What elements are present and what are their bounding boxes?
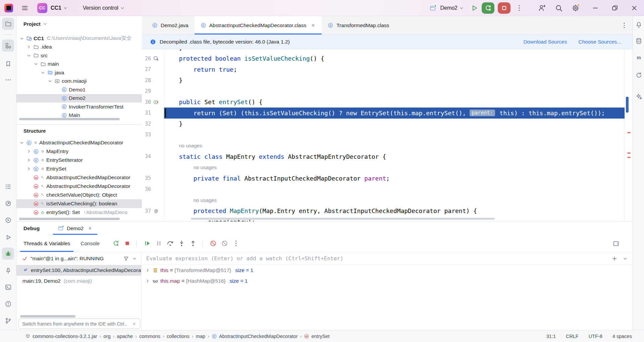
rail-sync-button[interactable] (634, 71, 643, 79)
editor-tab[interactable]: CAbstractInputCheckedMapDecorator.class (195, 16, 322, 35)
code-line[interactable]: 27return true; (142, 64, 625, 75)
gutter-overridden-icon[interactable] (153, 55, 159, 62)
structure-panel-header[interactable]: Structure (16, 125, 142, 137)
filter-funnel-icon[interactable] (123, 256, 129, 262)
settings-gear-icon[interactable] (572, 4, 580, 12)
breadcrumb-item[interactable]: org (104, 334, 111, 339)
rail-maven-button[interactable]: m (634, 53, 643, 62)
editor-scrollbar-stripe[interactable] (625, 49, 633, 221)
more-actions-icon[interactable] (515, 4, 523, 12)
tree-chevron-icon[interactable] (19, 140, 24, 145)
structure-tree-item[interactable]: mentrySet(): Set↑AbstractMapDeco (16, 208, 142, 217)
rail-ai-assistant-button[interactable] (634, 92, 643, 100)
structure-tree-item[interactable]: CEntrySet (16, 164, 142, 173)
frames-horizontal-scrollbar[interactable] (20, 315, 75, 318)
rail-modules-button[interactable] (2, 40, 14, 52)
structure-tree-item[interactable]: mcheckSetValue(Object): Object (16, 191, 142, 199)
usages-hint[interactable]: no usages (164, 162, 625, 173)
project-tree-item[interactable]: CInvokerTransformerTest (16, 102, 142, 111)
code-line[interactable]: no usages (142, 140, 625, 151)
project-horizontal-scrollbar[interactable] (19, 118, 120, 120)
stop-button[interactable] (123, 240, 131, 247)
project-badge[interactable]: CC (37, 3, 47, 13)
main-menu-icon[interactable] (21, 4, 29, 12)
code-line[interactable]: 37@protected MapEntry(Map.Entry entry, A… (142, 206, 625, 217)
rail-bookmarks-button[interactable] (2, 58, 14, 70)
structure-tree-item[interactable]: mAbstractInputCheckedMapDecorator (16, 182, 142, 191)
rail-run-button[interactable] (2, 231, 14, 243)
rail-project-folder-button[interactable] (2, 18, 14, 30)
project-tree-item[interactable]: CDemo1 (16, 85, 142, 94)
code-line[interactable]: 33 (142, 129, 625, 140)
window-close-button[interactable] (631, 4, 638, 12)
rail-database-button[interactable] (634, 37, 643, 45)
code-line[interactable]: 32} (142, 119, 625, 130)
project-chevron-icon[interactable] (63, 5, 68, 11)
rerun-button[interactable] (112, 240, 120, 247)
project-tree-item[interactable]: main (16, 60, 142, 69)
code-line[interactable]: 35private final AbstractInputCheckedMapD… (142, 173, 625, 184)
more-button[interactable] (232, 240, 240, 247)
rail-terminal-button[interactable] (2, 281, 14, 293)
structure-tree-item[interactable]: CAbstractInputCheckedMapDecorator (16, 138, 142, 147)
rail-pin-button[interactable] (2, 265, 14, 277)
tree-chevron-icon[interactable] (26, 149, 32, 154)
code-line[interactable]: 26protected boolean isSetValueChecking()… (142, 53, 625, 64)
rail-problems-button[interactable] (2, 298, 14, 310)
code-line[interactable]: no usages (142, 162, 625, 173)
usages-hint[interactable]: no usages (164, 140, 625, 151)
evaluate-expression-input[interactable] (146, 255, 611, 262)
breadcrumb-item[interactable]: collections (167, 334, 190, 339)
close-icon[interactable] (88, 226, 93, 231)
breadcrumb-item[interactable]: commons-collections-3.2.1.jar (25, 334, 97, 339)
gutter-annotated-icon[interactable]: @ (153, 208, 159, 214)
mute-breakpoints-red-button[interactable] (209, 240, 217, 247)
project-panel-header[interactable]: Project (16, 16, 142, 31)
breadcrumb-item[interactable]: commons (139, 334, 160, 339)
variable-row[interactable]: this = {TransformedMap@517}size = 1 (142, 265, 633, 276)
gutter-implements-icon[interactable] (153, 99, 159, 105)
step-out-button[interactable] (189, 240, 197, 247)
project-tree-item[interactable]: java (16, 68, 142, 77)
banner-link[interactable]: Choose Sources... (578, 39, 621, 45)
structure-tree-item[interactable]: CEntrySetIterator (16, 156, 142, 164)
editor-tab[interactable]: CDemo2.java (146, 16, 195, 35)
rail-debug-button[interactable] (2, 248, 14, 260)
variable-row[interactable]: this.map = {HashMap@516}size = 1 (142, 276, 633, 286)
run-configuration[interactable]: Demo2 (429, 4, 464, 12)
close-icon[interactable] (132, 322, 137, 326)
resume-button[interactable] (144, 240, 151, 247)
code-line[interactable]: 29 (142, 86, 625, 97)
structure-tree-item[interactable]: CMapEntry (16, 147, 142, 156)
code-line[interactable]: no usages (142, 195, 625, 206)
tree-chevron-icon[interactable] (26, 166, 32, 172)
debug-session-tab[interactable]: Demo2 (53, 222, 97, 235)
chevron-down-icon[interactable] (132, 256, 137, 261)
structure-horizontal-scrollbar[interactable] (19, 218, 120, 220)
mute-breakpoints-button[interactable] (221, 240, 228, 247)
tree-chevron-icon[interactable] (33, 61, 39, 67)
debug-tab-console[interactable]: Console (77, 235, 103, 252)
run-button[interactable] (470, 4, 478, 12)
tree-chevron-icon[interactable] (26, 157, 32, 163)
step-into-button[interactable] (178, 240, 185, 247)
chevron-down-icon[interactable] (623, 256, 628, 261)
breadcrumb-item[interactable]: CAbstractInputCheckedMapDecorator (212, 334, 298, 339)
project-tree-item[interactable]: com.miaoji (16, 77, 142, 86)
tab-options-icon[interactable] (621, 22, 628, 29)
rail-version-control-button[interactable] (2, 315, 14, 327)
status-widget[interactable]: UTF-8 (589, 334, 602, 339)
tree-chevron-icon[interactable] (26, 44, 32, 50)
tree-chevron-icon[interactable] (26, 53, 32, 58)
scrollbar-thumb[interactable] (626, 97, 629, 113)
version-control-menu[interactable]: Version control (83, 5, 125, 11)
window-minimize-button[interactable] (592, 4, 599, 12)
code-line[interactable]: 28} (142, 75, 625, 86)
status-widget[interactable]: CRLF (566, 334, 579, 339)
code-line[interactable]: } (142, 49, 625, 53)
tree-chevron-icon[interactable] (47, 78, 53, 84)
close-icon[interactable] (311, 23, 316, 28)
rail-more-tools-button[interactable] (2, 74, 14, 86)
rail-run-circle-button[interactable] (2, 214, 14, 226)
project-tree-item[interactable]: CDemo2 (16, 94, 142, 103)
